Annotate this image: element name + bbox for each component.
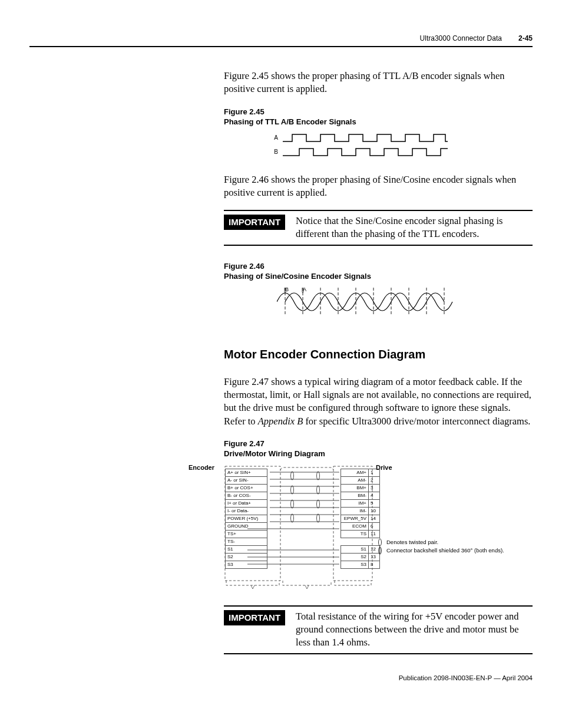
wiring-legend: Denotes twisted pair. Connector backshel… <box>377 538 504 555</box>
figure-2-45-caption: Figure 2.45 Phasing of TTL A/B Encoder S… <box>224 107 533 127</box>
svg-point-24 <box>291 472 294 480</box>
figure-2-47-caption: Figure 2.47 Drive/Motor Wiring Diagram <box>224 439 533 459</box>
svg-point-27 <box>317 486 320 494</box>
page-header: Ultra3000 Connector Data 2-45 <box>29 34 533 47</box>
svg-point-28 <box>291 500 294 508</box>
page-footer: Publication 2098-IN003E-EN-P — April 200… <box>29 674 533 681</box>
figure-2-47-diagram: Encoder Drive <box>224 464 533 594</box>
figure-2-46-caption: Figure 2.46 Phasing of Sine/Cosine Encod… <box>224 261 533 282</box>
important-tag: IMPORTANT <box>224 610 285 625</box>
encoder-label: Encoder <box>189 464 214 471</box>
square-wave-b-label: B <box>271 149 278 155</box>
header-page: 2-45 <box>518 34 533 42</box>
figure-2-46-diagram: B A <box>277 286 533 322</box>
square-wave-a-label: A <box>271 134 278 141</box>
svg-point-25 <box>317 472 320 480</box>
square-wave-b-icon <box>283 146 448 158</box>
header-title: Ultra3000 Connector Data <box>420 34 502 42</box>
twisted-pair-icon <box>377 538 383 546</box>
important-block-1: IMPORTANT Notice that the Sine/Cosine en… <box>224 210 533 246</box>
svg-point-32 <box>379 539 382 546</box>
intro-paragraph-2: Figure 2.46 shows the proper phasing of … <box>224 173 533 200</box>
svg-point-31 <box>317 514 320 522</box>
encoder-pin-table: A+ or SIN+A- or SIN- B+ or COS+B- or COS… <box>225 469 267 569</box>
svg-point-26 <box>291 486 294 494</box>
square-wave-a-icon <box>283 132 448 144</box>
important-text-1: Notice that the Sine/Cosine encoder sign… <box>296 215 533 241</box>
intro-paragraph-1: Figure 2.45 shows the proper phasing of … <box>224 70 533 96</box>
section-heading: Motor Encoder Connection Diagram <box>224 348 533 361</box>
important-tag: IMPORTANT <box>224 215 285 230</box>
important-text-2: Total resistance of the wiring for +5V e… <box>296 610 533 650</box>
important-block-2: IMPORTANT Total resistance of the wiring… <box>224 605 533 654</box>
svg-point-29 <box>317 500 320 508</box>
svg-point-30 <box>291 514 294 522</box>
shield-icon <box>377 546 383 555</box>
section-paragraph: Figure 2.47 shows a typical wiring diagr… <box>224 375 533 428</box>
drive-pin-table: AM+1 AM-2 BM+3 BM-4 IM+5 IM-10 EPWR_5V14… <box>340 469 380 569</box>
figure-2-45-diagram: A B <box>271 132 533 158</box>
